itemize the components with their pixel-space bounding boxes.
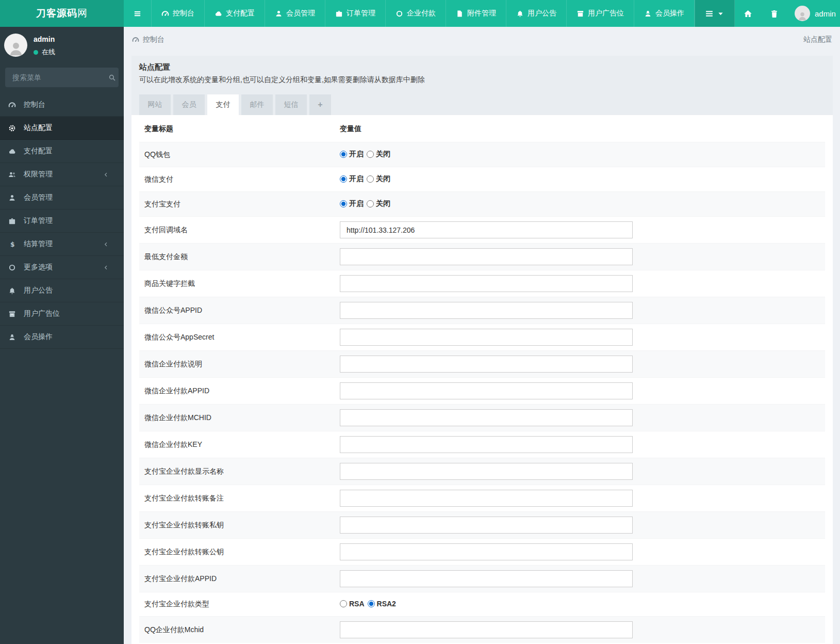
- variable-value: 开启关闭: [335, 167, 825, 192]
- trash-button[interactable]: [761, 0, 787, 27]
- config-text-input[interactable]: [340, 570, 633, 587]
- sidebar-item-6[interactable]: $结算管理: [0, 233, 124, 256]
- config-text-input[interactable]: [340, 329, 633, 346]
- table-row: 支付宝企业付款APPID: [139, 566, 825, 592]
- radio-input[interactable]: [367, 200, 374, 207]
- topnav-item-5[interactable]: 附件管理: [446, 0, 506, 27]
- config-text-input[interactable]: [340, 436, 633, 453]
- sidebar-item-1[interactable]: 站点配置: [0, 117, 124, 140]
- topnav-right: admin: [695, 0, 840, 27]
- sidebar-item-3[interactable]: 权限管理: [0, 163, 124, 186]
- list-icon: [705, 9, 714, 18]
- add-tab-button[interactable]: +: [309, 94, 331, 115]
- tab-1[interactable]: 会员: [173, 94, 205, 115]
- radio-option[interactable]: 关闭: [367, 174, 390, 184]
- topnav-item-label: 订单管理: [347, 9, 375, 18]
- sidebar-item-10[interactable]: 会员操作: [0, 326, 124, 349]
- variable-title: 微信企业付款KEY: [139, 431, 335, 458]
- radio-option[interactable]: RSA: [340, 600, 365, 608]
- config-tabs: 网站会员支付邮件短信+: [139, 94, 825, 115]
- variable-value: [335, 458, 825, 485]
- variable-value: [335, 217, 825, 244]
- tab-3[interactable]: 邮件: [241, 94, 273, 115]
- variable-title: 支付回调域名: [139, 217, 335, 244]
- radio-option[interactable]: 关闭: [367, 199, 390, 208]
- sidebar-search: [5, 68, 119, 87]
- config-text-input[interactable]: [340, 543, 633, 560]
- topnav-item-label: 会员操作: [655, 9, 684, 18]
- user-menu[interactable]: admin: [787, 0, 840, 27]
- panel-header: 站点配置 可以在此增改系统的变量和分组,也可以自定义分组和变量,如果需要删除请从…: [131, 56, 833, 115]
- main-content: 控制台 站点配置 站点配置 可以在此增改系统的变量和分组,也可以自定义分组和变量…: [124, 27, 840, 644]
- variable-value: [335, 378, 825, 405]
- radio-option[interactable]: 开启: [340, 199, 364, 208]
- config-text-input[interactable]: [340, 463, 633, 480]
- radio-option[interactable]: 开启: [340, 174, 364, 184]
- sidebar-item-4[interactable]: 会员管理: [0, 186, 124, 210]
- radio-option[interactable]: RSA2: [368, 600, 396, 608]
- table-row: 微信支付开启关闭: [139, 167, 825, 192]
- nav-list-dropdown[interactable]: [695, 0, 735, 27]
- variable-title: 微信企业付款说明: [139, 351, 335, 378]
- online-status-dot: [34, 50, 38, 55]
- topnav-item-label: 支付配置: [226, 9, 255, 18]
- home-button[interactable]: [735, 0, 761, 27]
- variable-value: [335, 431, 825, 458]
- sidebar-toggle-button[interactable]: [124, 0, 152, 27]
- topnav-item-2[interactable]: 会员管理: [265, 0, 325, 27]
- radio-option[interactable]: 开启: [340, 150, 364, 159]
- config-text-input[interactable]: [340, 490, 633, 507]
- breadcrumb: 控制台 站点配置: [124, 27, 840, 53]
- topnav-item-4[interactable]: 企业付款: [386, 0, 446, 27]
- radio-input[interactable]: [340, 175, 347, 183]
- topnav-item-6[interactable]: 用户公告: [506, 0, 567, 27]
- radio-input[interactable]: [340, 200, 347, 207]
- table-row: 支付宝企业付款转账备注: [139, 485, 825, 512]
- topnav-item-3[interactable]: 订单管理: [325, 0, 386, 27]
- radio-input[interactable]: [368, 600, 375, 607]
- config-text-input[interactable]: [340, 382, 633, 399]
- topnav-item-0[interactable]: 控制台: [152, 0, 205, 27]
- variable-title: 商品关键字拦截: [139, 270, 335, 297]
- topnav-item-1[interactable]: 支付配置: [205, 0, 265, 27]
- variable-value: [335, 297, 825, 324]
- table-row: 支付宝企业付款类型RSARSA2: [139, 592, 825, 617]
- user-icon: [8, 194, 21, 202]
- sidebar-item-7[interactable]: 更多选项: [0, 256, 124, 279]
- config-text-input[interactable]: [340, 248, 633, 265]
- gauge-icon: [161, 10, 169, 18]
- config-text-input[interactable]: [340, 621, 633, 638]
- table-row: 微信企业付款MCHID: [139, 405, 825, 431]
- config-text-input[interactable]: [340, 221, 633, 238]
- config-text-input[interactable]: [340, 275, 633, 292]
- radio-input[interactable]: [340, 151, 347, 158]
- tab-4[interactable]: 短信: [275, 94, 307, 115]
- table-header-row: 变量标题 变量值: [139, 115, 825, 142]
- variable-title: 微信企业付款APPID: [139, 378, 335, 405]
- radio-input[interactable]: [340, 600, 347, 607]
- sidebar-item-5[interactable]: 订单管理: [0, 210, 124, 233]
- radio-option[interactable]: 关闭: [367, 150, 390, 159]
- topnav-item-7[interactable]: 用户广告位: [567, 0, 634, 27]
- ad-box-icon: [577, 10, 584, 18]
- panel-body: 变量标题 变量值 QQ钱包开启关闭微信支付开启关闭支付宝支付开启关闭支付回调域名…: [131, 115, 833, 644]
- table-row: 微信企业付款KEY: [139, 431, 825, 458]
- config-text-input[interactable]: [340, 517, 633, 534]
- tab-0[interactable]: 网站: [139, 94, 171, 115]
- topnav-item-8[interactable]: 会员操作: [634, 0, 695, 27]
- sidebar-item-2[interactable]: 支付配置: [0, 140, 124, 163]
- tab-2[interactable]: 支付: [207, 94, 239, 115]
- angle-left-icon: [103, 242, 116, 247]
- search-input[interactable]: [5, 73, 106, 82]
- config-text-input[interactable]: [340, 409, 633, 426]
- radio-input[interactable]: [367, 151, 374, 158]
- radio-input[interactable]: [367, 175, 374, 183]
- sidebar-item-9[interactable]: 用户广告位: [0, 302, 124, 326]
- config-text-input[interactable]: [340, 356, 633, 373]
- member-icon: [644, 10, 652, 18]
- config-text-input[interactable]: [340, 302, 633, 319]
- sidebar-item-8[interactable]: 用户公告: [0, 279, 124, 302]
- sidebar-item-0[interactable]: 控制台: [0, 93, 124, 117]
- search-button[interactable]: [106, 74, 119, 82]
- breadcrumb-dashboard-link[interactable]: 控制台: [132, 35, 164, 44]
